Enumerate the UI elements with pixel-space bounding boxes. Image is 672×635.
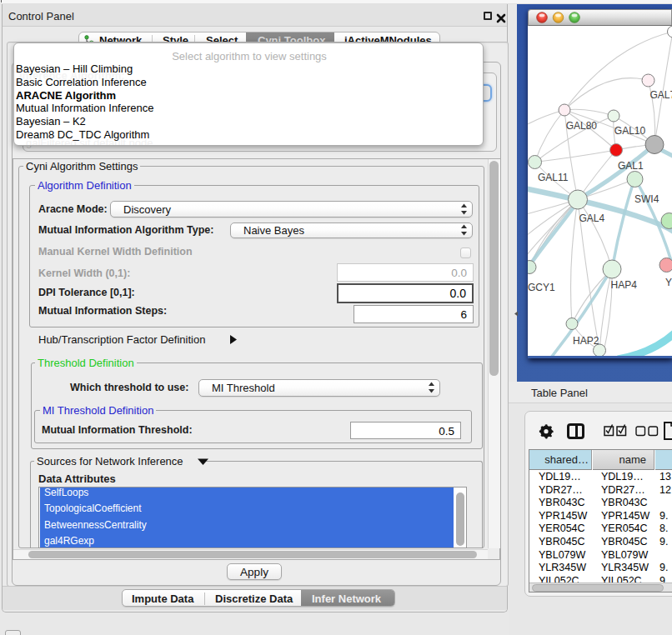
svg-text:GAL4: GAL4 — [579, 212, 605, 224]
svg-text:GAL80: GAL80 — [566, 120, 598, 132]
svg-text:HAP2: HAP2 — [573, 335, 599, 347]
svg-text:GAL11: GAL11 — [538, 172, 569, 183]
svg-text:GCY1: GCY1 — [528, 282, 555, 293]
svg-text:SWI4: SWI4 — [634, 193, 659, 205]
svg-text:Y: Y — [665, 277, 672, 288]
svg-text:GAL10: GAL10 — [614, 125, 646, 137]
svg-text:GAL7: GAL7 — [650, 89, 672, 101]
svg-text:GAL1: GAL1 — [618, 160, 644, 172]
svg-text:HAP4: HAP4 — [611, 279, 638, 291]
